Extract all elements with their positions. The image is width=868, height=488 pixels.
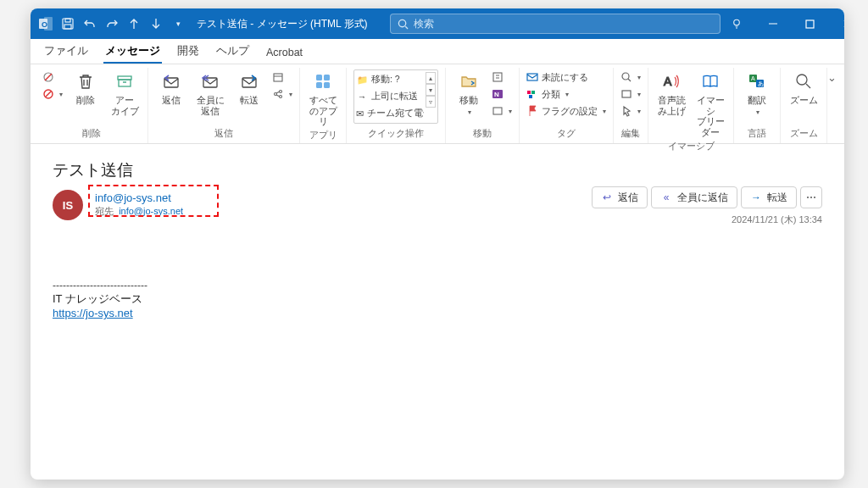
svg-rect-29 [493, 73, 502, 81]
find-button[interactable]: ▾ [620, 69, 641, 85]
edit-group-label: 編集 [620, 125, 641, 143]
svg-point-44 [797, 75, 807, 85]
ribbon-group-immersive: A 音声読 み上げ イマーシ ブリーダー イマーシブ [648, 68, 734, 143]
svg-rect-5 [64, 25, 71, 29]
tab-message[interactable]: メッセージ [103, 39, 162, 64]
immersive-reader-button[interactable]: イマーシ ブリーダー [694, 69, 726, 138]
search-input[interactable] [414, 18, 713, 30]
close-button[interactable] [829, 8, 844, 39]
message-subject: テスト送信 [53, 159, 822, 181]
reply-all-label: 全員に 返信 [197, 95, 225, 116]
flag-button[interactable]: フラグの設定▾ [526, 103, 606, 119]
zoom-label: ズーム [790, 95, 818, 106]
folder-move-icon: 📁 [356, 74, 368, 86]
action-forward[interactable]: →転送 [741, 186, 797, 208]
ignore-button[interactable] [42, 69, 63, 85]
sender-avatar[interactable]: IS [53, 190, 83, 220]
ribbon-group-reply: 返信 全員に 返信 転送 ▾ 返信 [148, 68, 300, 143]
rules-button[interactable] [492, 69, 512, 85]
calendar-reply-icon [272, 71, 284, 83]
related-button[interactable]: ▾ [620, 86, 641, 102]
ribbon-group-apps: すべて のアプリ アプリ [300, 68, 347, 143]
action-more[interactable]: ⋯ [800, 186, 822, 208]
maximize-button[interactable] [792, 8, 829, 39]
save-icon[interactable] [61, 17, 75, 30]
delete-group-label: 削除 [42, 125, 141, 143]
junk-button[interactable]: ▾ [42, 86, 63, 102]
from-address[interactable]: info@jo-sys.net [95, 191, 183, 204]
action-reply[interactable]: ↩返信 [592, 186, 648, 208]
minimize-button[interactable] [754, 8, 792, 39]
select-button[interactable]: ▾ [620, 103, 641, 119]
onenote-button[interactable]: N [492, 86, 512, 102]
ribbon-group-delete: ▾ 削除 アー カイブ 削除 [36, 68, 148, 143]
qat-customize-icon[interactable]: ▾ [171, 17, 185, 30]
move-group-label: 移動 [453, 125, 512, 143]
quick-steps-gallery[interactable]: 📁移動: ? →上司に転送 ✉チーム宛て電子メ… ▴ ▾ ▿ [353, 69, 438, 124]
lightbulb-icon[interactable] [731, 17, 743, 30]
cursor-icon [620, 105, 632, 117]
message-pane: テスト送信 IS info@jo-sys.net 宛先 info@jo-sys.… [31, 144, 844, 480]
svg-rect-34 [527, 91, 531, 94]
outlook-message-window: O ▾ テスト送信 - メッセージ (HTML 形式) [31, 8, 844, 480]
svg-point-37 [622, 73, 629, 80]
svg-point-7 [733, 19, 739, 25]
quick-access-toolbar: O ▾ [36, 17, 185, 30]
more-respond-button[interactable]: ▾ [272, 86, 292, 102]
to-address[interactable]: info@jo-sys.net [119, 206, 183, 216]
all-apps-label: すべて のアプリ [307, 95, 339, 127]
tab-acrobat[interactable]: Acrobat [264, 42, 304, 64]
tag-group-label: タグ [526, 125, 606, 143]
translate-label: 翻訳▾ [748, 95, 766, 116]
message-actions: ↩返信 «全員に返信 →転送 ⋯ [592, 186, 822, 208]
ribbon-group-move: 移動▾ N ▾ 移動 [446, 68, 520, 143]
archive-button[interactable]: アー カイブ [108, 69, 141, 116]
quick-step-manager[interactable]: →上司に転送 [356, 89, 424, 104]
reply-all-button[interactable]: 全員に 返信 [194, 69, 226, 116]
all-apps-button[interactable]: すべて のアプリ [307, 69, 339, 127]
tab-file[interactable]: ファイル [42, 39, 90, 64]
ignore-icon [42, 71, 54, 83]
svg-rect-4 [65, 19, 70, 22]
read-aloud-button[interactable]: A 音声読 み上げ [655, 69, 687, 116]
lang-group-label: 言語 [741, 125, 773, 143]
svg-rect-36 [529, 95, 532, 98]
move-button[interactable]: 移動▾ [453, 69, 485, 116]
forward-button[interactable]: 転送 [233, 69, 265, 106]
mail-small-icon: ✉ [356, 108, 364, 119]
gallery-more-icon[interactable]: ▿ [426, 96, 436, 108]
tab-help[interactable]: ヘルプ [214, 39, 251, 64]
gallery-up-icon[interactable]: ▴ [426, 72, 436, 84]
up-arrow-icon[interactable] [127, 17, 141, 30]
apps-group-label: アプリ [307, 127, 339, 145]
actions-button[interactable]: ▾ [492, 103, 512, 119]
gallery-down-icon[interactable]: ▾ [426, 84, 436, 96]
mark-unread-button[interactable]: 未読にする [526, 69, 588, 85]
quick-step-move[interactable]: 📁移動: ? [356, 72, 424, 87]
signature-link[interactable]: https://jo-sys.net [53, 307, 133, 319]
svg-text:あ: あ [758, 80, 764, 87]
action-reply-all[interactable]: «全員に返信 [651, 186, 737, 208]
redo-icon[interactable] [105, 17, 119, 30]
quick-step-team[interactable]: ✉チーム宛て電子メ… [356, 106, 424, 121]
reply-button[interactable]: 返信 [155, 69, 187, 106]
undo-icon[interactable] [83, 17, 97, 30]
categorize-button[interactable]: 分類▾ [526, 86, 569, 102]
search-box[interactable] [390, 14, 721, 34]
trash-icon [75, 71, 96, 92]
zoom-button[interactable]: ズーム [787, 69, 820, 106]
svg-rect-28 [324, 82, 330, 88]
svg-text:A: A [664, 75, 672, 88]
onenote-icon: N [492, 88, 504, 100]
svg-rect-33 [527, 74, 537, 80]
down-arrow-icon[interactable] [149, 17, 163, 30]
svg-text:A: A [751, 75, 755, 81]
svg-rect-15 [119, 80, 131, 86]
reply-all-icon: « [660, 191, 672, 203]
ribbon-options-icon[interactable]: ⌄ [827, 71, 837, 84]
delete-button[interactable]: 削除 [70, 69, 102, 106]
tab-developer[interactable]: 開発 [175, 39, 201, 64]
translate-button[interactable]: Aあ 翻訳▾ [741, 69, 773, 116]
category-icon [526, 88, 538, 100]
meeting-reply-button[interactable] [272, 69, 292, 85]
